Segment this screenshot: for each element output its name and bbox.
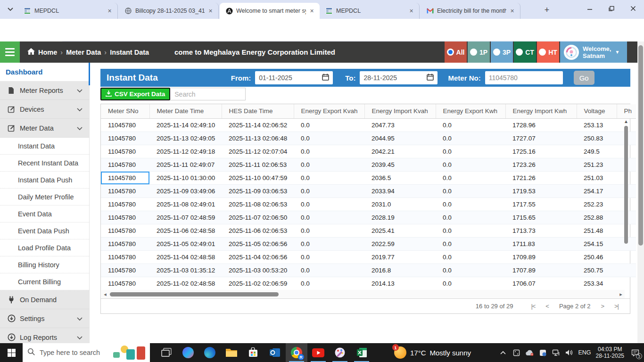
table-cell[interactable]: 0.0 xyxy=(436,132,505,145)
table-cell[interactable]: 11045780 xyxy=(101,171,149,184)
table-cell[interactable]: 1709.89 xyxy=(505,250,577,263)
meter-no-input[interactable] xyxy=(489,74,559,82)
from-date-field[interactable] xyxy=(255,71,333,84)
table-cell[interactable]: 2025-11-12 02:07:04 xyxy=(222,145,294,158)
column-header[interactable]: Energy Import Kvah xyxy=(364,104,436,118)
browser-tab[interactable]: MEPDCL× xyxy=(320,3,420,19)
column-header[interactable]: Voltage xyxy=(577,104,617,118)
table-cell[interactable]: 0.0 xyxy=(294,211,364,224)
table-cell[interactable]: 2025-11-14 02:06:52 xyxy=(222,118,294,132)
table-cell[interactable]: 11045780 xyxy=(101,118,149,132)
table-cell[interactable]: 2036.5 xyxy=(364,171,436,184)
table-cell[interactable]: 0.0 xyxy=(436,171,505,184)
scroll-left-icon[interactable]: ◂ xyxy=(101,291,109,297)
table-cell[interactable]: 0.0 xyxy=(436,118,505,132)
table-row[interactable]: 110457802025-11-13 02:49:052025-11-13 02… xyxy=(101,132,636,145)
table-cell[interactable]: 11045780 xyxy=(101,184,149,197)
csv-export-button[interactable]: CSV Export Data xyxy=(100,88,170,100)
table-cell[interactable]: 11045780 xyxy=(101,197,149,211)
table-cell[interactable]: 11045780 xyxy=(101,145,149,158)
table-cell[interactable]: 2025-11-03 00:53:20 xyxy=(222,263,294,277)
browser-tab[interactable]: Electricity bill for the month× xyxy=(421,3,520,19)
last-page-button[interactable]: >| xyxy=(614,303,619,310)
copilot-icon[interactable] xyxy=(177,343,199,362)
menu-toggle-button[interactable] xyxy=(0,41,20,63)
sidebar-item-event-data-push[interactable]: Event Data Push xyxy=(0,222,89,239)
table-cell[interactable]: 0.0 xyxy=(294,171,364,184)
table-cell[interactable]: 2025-11-13 02:49:05 xyxy=(149,132,222,145)
sidebar-item-current-billing[interactable]: Current Billing xyxy=(0,273,89,290)
table-cell[interactable]: 1707.89 xyxy=(505,263,577,277)
windows-search-input[interactable] xyxy=(40,349,110,356)
sidebar-item-daily-meter-profile[interactable]: Daily Meter Profile xyxy=(0,189,89,206)
language-indicator[interactable]: ENG xyxy=(578,349,591,356)
table-cell[interactable]: 1721.26 xyxy=(505,171,577,184)
table-cell[interactable]: 254.17 xyxy=(577,184,617,197)
outlook-icon[interactable] xyxy=(264,343,286,362)
table-cell[interactable]: 2025-11-09 03:06:53 xyxy=(222,184,294,197)
table-cell[interactable]: 253.34 xyxy=(577,277,617,290)
calendar-icon[interactable] xyxy=(322,74,329,82)
network-icon[interactable] xyxy=(552,348,560,357)
table-cell[interactable]: 0.0 xyxy=(294,184,364,197)
table-cell[interactable]: 1715.65 xyxy=(505,211,577,224)
horizontal-scroll-thumb[interactable] xyxy=(110,292,279,296)
table-cell[interactable]: 2022.59 xyxy=(364,237,436,250)
table-row[interactable]: 110457802025-11-11 02:49:072025-11-11 02… xyxy=(101,158,636,171)
page-scroll-thumb[interactable] xyxy=(638,45,643,246)
table-cell[interactable]: 1725.16 xyxy=(505,145,577,158)
volume-icon[interactable] xyxy=(565,348,573,357)
table-cell[interactable]: 250.83 xyxy=(577,132,617,145)
table-cell[interactable]: 0.0 xyxy=(436,237,505,250)
table-cell[interactable]: 11045780 xyxy=(101,211,149,224)
tab-close-icon[interactable]: × xyxy=(308,7,316,15)
user-menu[interactable]: Welcome,Satnam ▼ xyxy=(560,41,627,63)
weather-widget[interactable]: 1 17°C Mostly sunny xyxy=(394,343,471,362)
notification-center-icon[interactable]: 3 xyxy=(629,346,641,359)
table-cell[interactable]: 11045780 xyxy=(101,277,149,290)
tab-close-icon[interactable]: × xyxy=(407,7,415,15)
store-icon[interactable] xyxy=(242,343,264,362)
table-cell[interactable]: 250.75 xyxy=(577,263,617,277)
table-cell[interactable]: 0.0 xyxy=(436,197,505,211)
table-cell[interactable]: 2019.77 xyxy=(364,250,436,263)
sidebar-item-dashboard[interactable]: Dashboard xyxy=(0,63,89,81)
sidebar-item-meter-data[interactable]: Meter Data xyxy=(0,119,89,138)
table-cell[interactable]: 11045780 xyxy=(101,263,149,277)
table-cell[interactable]: 2025-11-14 02:49:10 xyxy=(149,118,222,132)
sidebar-item-meter-reports[interactable]: Meter Reports xyxy=(0,81,89,100)
table-cell[interactable]: 0.0 xyxy=(436,184,505,197)
window-maximize-button[interactable] xyxy=(601,0,622,17)
table-cell[interactable]: 251.23 xyxy=(577,158,617,171)
table-cell[interactable]: 1713.73 xyxy=(505,224,577,237)
breadcrumb-meter-data[interactable]: Meter Data xyxy=(66,49,101,56)
table-vertical-scrollbar[interactable]: ▲ xyxy=(624,119,628,289)
browser-tab[interactable]: Billcopy 28-11-2025 03_41_0× xyxy=(119,3,219,19)
table-cell[interactable]: 2039.45 xyxy=(364,158,436,171)
column-header[interactable]: Energy Import Kwh xyxy=(505,104,577,118)
column-header[interactable]: Ph xyxy=(617,104,636,118)
table-cell[interactable]: 252.88 xyxy=(577,211,617,224)
page-scrollbar[interactable] xyxy=(637,41,644,343)
first-page-button[interactable]: |< xyxy=(531,303,535,310)
table-cell[interactable]: 2025-11-11 02:06:53 xyxy=(222,158,294,171)
table-cell[interactable]: 2025-11-11 02:49:07 xyxy=(149,158,222,171)
table-row[interactable]: 110457802025-11-10 01:30:002025-11-10 00… xyxy=(101,171,636,184)
table-cell[interactable]: 0.0 xyxy=(294,277,364,290)
scroll-up-icon[interactable]: ▲ xyxy=(624,119,628,124)
table-cell[interactable]: 2025-11-04 02:06:56 xyxy=(222,250,294,263)
browser-tab[interactable]: MEPDCL× xyxy=(18,3,118,19)
radio-icon[interactable] xyxy=(539,49,546,56)
phase-filter-all[interactable]: All xyxy=(445,41,467,63)
meter-no-field[interactable] xyxy=(485,71,563,84)
sidebar-item-load-profile-data[interactable]: Load Profile Data xyxy=(0,239,89,256)
table-cell[interactable]: 0.0 xyxy=(294,224,364,237)
table-cell[interactable]: 2025-11-02 02:06:59 xyxy=(222,277,294,290)
table-cell[interactable]: 0.0 xyxy=(436,263,505,277)
windows-search-box[interactable] xyxy=(23,343,150,362)
table-cell[interactable]: 2025-11-05 02:49:01 xyxy=(149,237,222,250)
phase-filter-3p[interactable]: 3P xyxy=(491,41,513,63)
prev-page-button[interactable]: < xyxy=(545,303,549,310)
new-tab-button[interactable]: + xyxy=(541,4,553,16)
table-cell[interactable]: 1728.96 xyxy=(505,118,577,132)
